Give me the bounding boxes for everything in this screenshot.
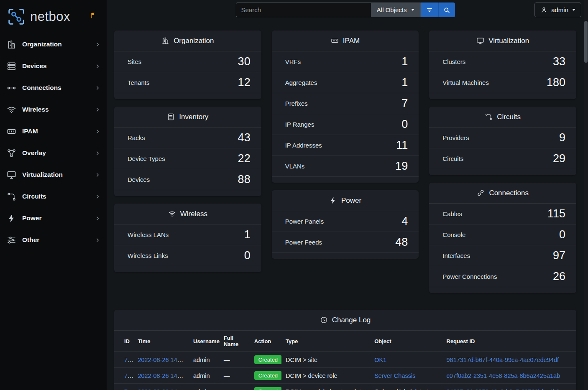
dashboard-column-3: Virtualization Clusters 33 Virtual Machi… bbox=[429, 31, 576, 293]
stat-label[interactable]: Racks bbox=[128, 134, 145, 141]
stat-row: Wireless Links 0 bbox=[114, 245, 261, 266]
stat-value[interactable]: 29 bbox=[553, 152, 565, 165]
netbox-logo[interactable]: netbox bbox=[0, 0, 107, 33]
changelog-request-id-link[interactable]: 9817317d-b67f-440a-99ca-4ae07ede94df bbox=[447, 357, 559, 363]
stat-value[interactable]: 0 bbox=[244, 249, 251, 262]
changelog-id-link[interactable]: 754 bbox=[124, 372, 133, 379]
stat-label[interactable]: Device Types bbox=[128, 155, 165, 162]
stat-value[interactable]: 48 bbox=[395, 236, 408, 249]
stat-row: Console 0 bbox=[429, 224, 576, 245]
stat-label[interactable]: Providers bbox=[442, 134, 469, 141]
stat-value[interactable]: 97 bbox=[553, 249, 565, 262]
changelog-request-id-link[interactable]: c07f0ab2-2351-4c58-825a-8b6a2425a1ab bbox=[447, 372, 560, 379]
server-stack-icon bbox=[7, 61, 16, 71]
stat-label[interactable]: Virtual Machines bbox=[442, 79, 489, 86]
stat-label[interactable]: VRFs bbox=[285, 58, 301, 65]
stat-value[interactable]: 1 bbox=[244, 228, 251, 241]
sidebar-item-connections[interactable]: Connections bbox=[0, 77, 107, 99]
stat-row: VLANs 19 bbox=[272, 156, 419, 177]
card-title: Wireless bbox=[180, 210, 207, 218]
changelog-fullname: — bbox=[224, 372, 230, 379]
sidebar-item-devices[interactable]: Devices bbox=[0, 55, 107, 77]
sidebar-item-label: Wireless bbox=[22, 106, 89, 113]
stat-value[interactable]: 22 bbox=[238, 152, 251, 165]
stat-label[interactable]: Power Connections bbox=[442, 273, 497, 280]
sidebar-item-ipam[interactable]: IPAM bbox=[0, 120, 107, 142]
sidebar-item-other[interactable]: Other bbox=[0, 229, 107, 251]
stat-label[interactable]: Interfaces bbox=[442, 252, 470, 259]
changelog-time-link[interactable]: 2022-08-26 14:22 bbox=[138, 357, 186, 363]
search-input[interactable] bbox=[236, 3, 371, 17]
stat-value[interactable]: 88 bbox=[238, 173, 251, 186]
stat-value[interactable]: 33 bbox=[553, 55, 565, 68]
stat-value[interactable]: 0 bbox=[559, 228, 565, 241]
changelog-object-link[interactable]: OK1 bbox=[374, 357, 386, 363]
stat-value[interactable]: 7 bbox=[401, 97, 408, 110]
stat-label[interactable]: Power Feeds bbox=[285, 239, 322, 246]
lightning-icon bbox=[329, 196, 337, 204]
changelog-id-link[interactable]: 755 bbox=[124, 357, 133, 363]
stat-label[interactable]: Cables bbox=[442, 210, 462, 217]
scrollbar-thumb[interactable] bbox=[584, 21, 588, 63]
search-button[interactable] bbox=[438, 3, 455, 17]
building-icon bbox=[7, 40, 16, 49]
sidebar-item-power[interactable]: Power bbox=[0, 207, 107, 229]
user-menu-button[interactable]: admin bbox=[534, 3, 581, 17]
card-title: IPAM bbox=[343, 37, 360, 45]
chevron-right-icon bbox=[95, 215, 101, 222]
stat-row: Racks 43 bbox=[114, 127, 261, 148]
changelog-table: ID Time Username Full Name Action Type O… bbox=[114, 331, 576, 390]
stat-value[interactable]: 9 bbox=[559, 131, 565, 144]
stat-value[interactable]: 180 bbox=[547, 76, 565, 89]
stat-label[interactable]: Clusters bbox=[442, 58, 465, 65]
stat-label[interactable]: Tenants bbox=[128, 79, 150, 86]
stat-value[interactable]: 30 bbox=[238, 55, 251, 68]
stat-label[interactable]: IP Ranges bbox=[285, 121, 314, 128]
stat-label[interactable]: Prefixes bbox=[285, 100, 308, 107]
stat-value[interactable]: 12 bbox=[238, 76, 251, 89]
sidebar-item-organization[interactable]: Organization bbox=[0, 33, 107, 55]
stat-label[interactable]: Aggregates bbox=[285, 79, 317, 86]
table-row: 753 2022-08-26 14:15 admin — Created DCI… bbox=[114, 384, 576, 390]
stat-value[interactable]: 19 bbox=[395, 160, 408, 173]
sidebar-item-wireless[interactable]: Wireless bbox=[0, 99, 107, 120]
table-row: 755 2022-08-26 14:22 admin — Created DCI… bbox=[114, 352, 576, 368]
stat-label[interactable]: Wireless LANs bbox=[128, 231, 169, 238]
inventory-list-icon bbox=[167, 113, 175, 121]
stat-value[interactable]: 0 bbox=[401, 118, 408, 131]
stat-label[interactable]: Circuits bbox=[442, 155, 463, 162]
scrollbar-track[interactable] bbox=[584, 0, 588, 390]
stat-row: Power Connections 26 bbox=[429, 266, 576, 287]
filter-icon bbox=[426, 6, 433, 14]
changelog-time-link[interactable]: 2022-08-26 14:17 bbox=[138, 372, 186, 379]
stat-row: Wireless LANs 1 bbox=[114, 224, 261, 245]
stat-label[interactable]: Console bbox=[442, 231, 465, 238]
changelog-request-id-link[interactable]: 24807c61-9952-49c6-b8a5-69760bfcc4b3 bbox=[447, 388, 560, 390]
sidebar-item-virtualization[interactable]: Virtualization bbox=[0, 164, 107, 186]
stat-label[interactable]: Power Panels bbox=[285, 218, 324, 225]
filter-button[interactable] bbox=[421, 3, 438, 17]
card-power-header: Power bbox=[272, 190, 419, 211]
stat-value[interactable]: 43 bbox=[238, 131, 251, 144]
stat-label[interactable]: IP Addresses bbox=[285, 142, 322, 149]
changelog-object-link[interactable]: Server Chassis bbox=[374, 372, 415, 379]
stat-value[interactable]: 1 bbox=[401, 55, 408, 68]
stat-value[interactable]: 115 bbox=[547, 207, 565, 220]
sidebar-item-circuits[interactable]: Circuits bbox=[0, 186, 107, 207]
changelog-username: admin bbox=[193, 388, 210, 390]
pin-sidebar-icon[interactable] bbox=[89, 12, 97, 19]
changelog-id-link[interactable]: 753 bbox=[124, 388, 133, 390]
changelog-time-link[interactable]: 2022-08-26 14:15 bbox=[138, 388, 186, 390]
stat-label[interactable]: Devices bbox=[128, 176, 150, 183]
stat-row: IP Addresses 11 bbox=[272, 135, 419, 156]
sidebar-item-overlay[interactable]: Overlay bbox=[0, 142, 107, 164]
stat-value[interactable]: 11 bbox=[396, 139, 408, 152]
stat-value[interactable]: 1 bbox=[401, 76, 408, 89]
object-type-dropdown[interactable]: All Objects bbox=[371, 3, 421, 17]
stat-label[interactable]: Sites bbox=[128, 58, 141, 65]
column-header-fullname: Full Name bbox=[220, 331, 250, 352]
stat-value[interactable]: 4 bbox=[401, 215, 408, 228]
stat-label[interactable]: VLANs bbox=[285, 163, 305, 170]
stat-label[interactable]: Wireless Links bbox=[128, 252, 168, 259]
stat-value[interactable]: 26 bbox=[553, 270, 565, 283]
